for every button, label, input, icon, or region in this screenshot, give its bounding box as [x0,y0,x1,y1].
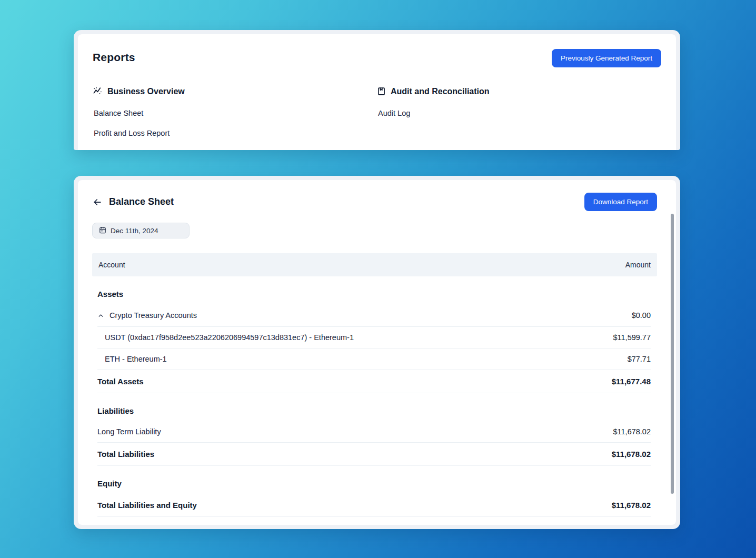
row-label: Assets [97,290,123,298]
previously-generated-report-button[interactable]: Previously Generated Report [552,49,661,67]
row-amount: $11,678.02 [612,450,651,459]
report-link[interactable]: Cashflow Statement [94,149,377,150]
balance-row-plain: Long Term Liability$11,678.02 [97,421,651,443]
notebook-icon [377,86,386,96]
report-link[interactable]: Audit Log [378,109,661,117]
row-amount: $11,599.77 [613,333,651,342]
row-label: Total Liabilities and Equity [97,501,197,510]
row-label: Total Liabilities [97,450,154,459]
balance-row-item: ETH - Ethereum-1$77.71 [97,348,651,370]
balance-sheet-table: Account Amount AssetsCrypto Treasury Acc… [92,253,657,517]
row-amount: $11,677.48 [612,377,651,386]
download-report-button[interactable]: Download Report [584,193,657,211]
balance-row-group[interactable]: Crypto Treasury Accounts$0.00 [97,304,651,327]
row-amount: $11,678.02 [613,427,651,436]
chevron-up-icon[interactable] [97,312,104,319]
balance-row-section: Assets [97,276,651,304]
sparkline-chart-icon [93,86,103,96]
balance-row-total: Total Liabilities and Equity$11,678.02 [97,494,651,517]
report-links: Audit Log [378,109,661,117]
row-label: ETH - Ethereum-1 [105,355,167,363]
row-label: Crypto Treasury Accounts [110,311,197,320]
balance-row-section: Equity [97,466,651,494]
row-label: Long Term Liability [97,427,161,436]
arrow-left-icon[interactable] [92,197,103,207]
report-section-business-overview: Business Overview Balance SheetProfit an… [93,86,377,150]
date-value: Dec 11th, 2024 [111,227,158,235]
section-title: Audit and Reconciliation [391,87,490,96]
calendar-icon [99,226,106,235]
row-label: Liabilities [97,406,134,415]
row-label: Total Assets [97,377,144,386]
report-link[interactable]: Profit and Loss Report [94,129,377,137]
balance-sheet-card: Balance Sheet Download Report Dec 11th, … [74,176,680,529]
vertical-scrollbar[interactable] [671,214,674,494]
row-label: USDT (0xdac17f958d2ee523a2206206994597c1… [105,333,354,342]
balance-sheet-title: Balance Sheet [109,196,174,207]
reports-card: Reports Previously Generated Report Busi… [74,30,680,150]
report-section-audit-reconciliation: Audit and Reconciliation Audit Log [377,86,661,150]
report-links: Balance SheetProfit and Loss ReportCashf… [94,109,377,150]
balance-row-section: Liabilities [97,393,651,421]
section-title: Business Overview [107,87,185,96]
row-label: Equity [97,479,122,488]
balance-row-total: Total Liabilities$11,678.02 [97,443,651,466]
row-amount: $11,678.02 [612,501,651,510]
column-header-account: Account [98,261,125,269]
balance-row-item: USDT (0xdac17f958d2ee523a2206206994597c1… [97,327,651,348]
column-header-amount: Amount [625,261,651,269]
date-picker[interactable]: Dec 11th, 2024 [92,223,190,238]
report-link[interactable]: Balance Sheet [94,109,377,117]
page-title: Reports [93,49,135,64]
row-amount: $77.71 [628,355,651,363]
balance-row-total: Total Assets$11,677.48 [97,370,651,393]
row-amount: $0.00 [632,311,651,320]
